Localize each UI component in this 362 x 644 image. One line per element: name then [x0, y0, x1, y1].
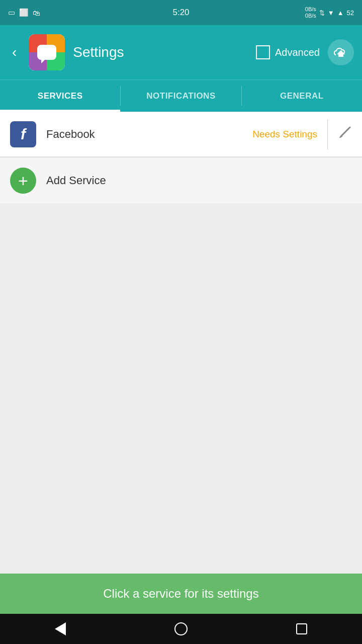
edit-icon[interactable]	[338, 125, 352, 143]
add-service-row[interactable]: + Add Service	[0, 158, 362, 203]
tab-services[interactable]: SERVICES	[0, 80, 120, 112]
svg-line-1	[341, 129, 348, 136]
signal-bars-icon: ▲	[337, 9, 344, 17]
status-bar-time: 5:20	[172, 8, 189, 18]
upload-button[interactable]	[328, 39, 354, 65]
svg-line-2	[348, 127, 350, 129]
nav-recents-icon	[296, 623, 307, 634]
status-bar-right: 0B/s 0B/s ⇅ ▼ ▲ 52	[305, 6, 354, 19]
nav-home-button[interactable]	[168, 616, 194, 641]
advanced-checkbox[interactable]	[256, 45, 270, 59]
nav-recents-button[interactable]	[289, 616, 314, 641]
app-logo	[29, 34, 65, 70]
nav-back-button[interactable]	[48, 616, 73, 641]
content-area: f Facebook Needs Settings + Add Service	[0, 112, 362, 203]
wifi-icon: ▼	[328, 9, 334, 17]
add-service-icon: +	[10, 168, 36, 194]
page-title: Settings	[73, 44, 248, 60]
image-icon: ⬜	[19, 8, 29, 17]
tab-bar: SERVICES NOTIFICATIONS GENERAL	[0, 79, 362, 112]
toolbar: ‹ Settings Advanced	[0, 25, 362, 79]
nav-home-icon	[174, 622, 188, 635]
service-status-facebook: Needs Settings	[252, 129, 317, 140]
nav-back-icon	[55, 622, 66, 635]
row-divider	[327, 119, 328, 149]
bag-icon: 🛍	[33, 9, 40, 17]
screen-icon: ▭	[8, 8, 15, 17]
status-bar-left: ▭ ⬜ 🛍	[8, 8, 40, 17]
advanced-toggle[interactable]: Advanced	[256, 45, 320, 59]
network-speed: 0B/s 0B/s	[305, 6, 316, 19]
upload-icon	[333, 46, 348, 59]
advanced-label: Advanced	[275, 47, 320, 58]
signal-arrows-icon: ⇅	[319, 9, 325, 17]
tab-notifications[interactable]: NOTIFICATIONS	[121, 80, 241, 112]
back-button[interactable]: ‹	[8, 42, 21, 62]
add-service-label: Add Service	[46, 174, 106, 187]
nav-bar	[0, 614, 362, 644]
battery-icon: 52	[347, 9, 354, 17]
bottom-banner: Click a service for its settings	[0, 574, 362, 614]
tab-general[interactable]: GENERAL	[242, 80, 362, 112]
pencil-icon	[338, 125, 352, 139]
bottom-banner-text: Click a service for its settings	[103, 587, 258, 601]
status-bar: ▭ ⬜ 🛍 5:20 0B/s 0B/s ⇅ ▼ ▲ 52	[0, 0, 362, 25]
service-name-facebook: Facebook	[46, 128, 252, 141]
service-row-facebook[interactable]: f Facebook Needs Settings	[0, 112, 362, 157]
facebook-icon: f	[10, 121, 36, 147]
